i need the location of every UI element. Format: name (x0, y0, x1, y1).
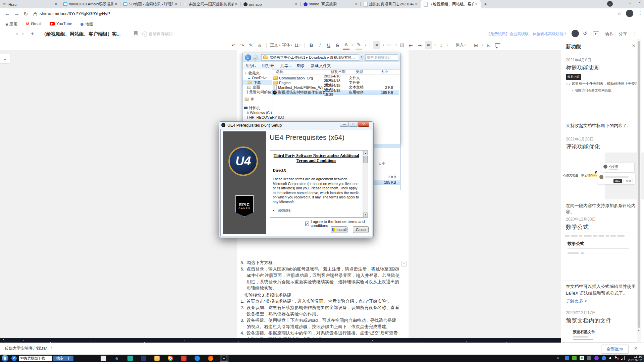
taskbar-app-firefox[interactable] (208, 356, 213, 361)
scroll-down-icon[interactable]: ▼ (638, 329, 640, 332)
forward-icon[interactable]: → (14, 11, 19, 17)
format-painter-icon[interactable]: ✎ (248, 41, 254, 49)
tray-icon-grid[interactable] (587, 356, 591, 360)
scrollbar-thumb[interactable] (363, 156, 368, 163)
bullet-list-button[interactable]: ≔ (386, 41, 393, 49)
redo-icon[interactable]: ↷ (239, 41, 246, 49)
reload-icon[interactable]: ↻ (23, 11, 28, 17)
table-button[interactable]: ⊞ (473, 41, 479, 49)
highlight-caret[interactable]: ▾ (365, 44, 366, 47)
profile-avatar[interactable] (626, 10, 633, 17)
tab-project-log[interactable]: 虚拟仿真项目日志20210422-客 ✕ (361, 0, 421, 8)
tab-uni-app[interactable]: uni-app ✕ (240, 0, 301, 8)
scroll-up-icon[interactable]: ▲ (363, 151, 368, 155)
taskbar-clock[interactable]: 15:30 2021/4/22 (627, 355, 642, 362)
underline-button[interactable]: U (325, 41, 332, 49)
browser-menu-icon[interactable]: ⋮ (638, 10, 642, 15)
download-item[interactable]: 传媒大学实验客户端.rar ⌃ (5, 346, 53, 351)
indent-icon[interactable]: ⇥ (416, 41, 423, 49)
taskbar-app-ue-client-active[interactable]: U (220, 355, 228, 362)
bookmark-star-icon[interactable]: ☆ (617, 11, 622, 16)
tray-icon-blue[interactable] (565, 356, 569, 360)
comment-button[interactable] (494, 41, 501, 49)
taskbar-search-button[interactable]: 搜索一下 (53, 356, 73, 361)
panel-scrollbar-thumb[interactable] (638, 41, 640, 328)
taskbar-app-netease[interactable]: ♪ (181, 356, 186, 361)
agree-checkbox[interactable]: ✓ (305, 222, 309, 226)
doc-title[interactable]: （给视频组、网站组、客户端组）实... (42, 31, 121, 37)
paragraph-style-select[interactable]: 正文▾ (270, 41, 280, 49)
tab-close-icon[interactable]: ✕ (235, 2, 238, 6)
outdent-icon[interactable]: ⇤ (408, 41, 414, 49)
line-spacing-button[interactable]: ↕ (438, 41, 444, 49)
tab-maya[interactable]: maya2018 Arnold场景渲染基础 ✕ (60, 0, 120, 8)
tab-close-icon[interactable]: ✕ (175, 2, 178, 6)
window-close-button[interactable]: ✕ (638, 1, 641, 4)
start-button[interactable]: ⊞ (2, 355, 8, 362)
dialog-close-button[interactable]: ✕ (358, 122, 369, 127)
panel-close-icon[interactable]: ✕ (632, 43, 636, 49)
tab-ilab[interactable]: 实验空间—国家虚拟仿真实验教 ✕ (180, 0, 240, 8)
tray-icon-wechat[interactable] (580, 356, 584, 360)
scroll-down-icon[interactable]: ▼ (363, 213, 368, 217)
doc-more-icon[interactable]: ⋮ (633, 31, 637, 36)
tab-close-icon[interactable]: ✕ (295, 2, 298, 6)
bookmark-youtube[interactable]: YouTube (50, 21, 72, 26)
font-color-button[interactable]: A (343, 41, 350, 50)
doc-new-icon[interactable]: + (31, 31, 34, 36)
license-scrollbar[interactable]: ▲ ▼ (363, 150, 368, 217)
taskbar-app-teal[interactable] (127, 356, 133, 361)
tab-hi-ru[interactable]: hi Hi.ru ✕ (0, 0, 60, 8)
ordered-list-button[interactable]: ≡ (373, 41, 380, 49)
tab-current-doc[interactable]: （给视频组、网站组、客户端组） ✕ (421, 0, 481, 8)
show-desktop-button[interactable] (642, 355, 644, 362)
show-all-downloads-button[interactable]: 全部显示 (601, 345, 629, 354)
network-signal-icon[interactable] (621, 356, 625, 360)
bookmark-gmail[interactable]: M Gmail (26, 21, 42, 26)
highlight-button[interactable]: ✎ (356, 41, 362, 50)
bookmark-maps[interactable]: 地图 (80, 21, 93, 27)
tab-close-icon[interactable]: ✕ (415, 2, 418, 6)
taskbar-app-qq[interactable] (195, 356, 200, 361)
tray-icon-green-chat[interactable] (572, 356, 577, 360)
undo-icon[interactable]: ↶ (230, 41, 237, 49)
share-button[interactable]: 分享 (619, 31, 627, 37)
tab-shimo-baidu[interactable]: shimo_百度搜索 ✕ (301, 0, 361, 8)
new-tab-button[interactable]: + (484, 1, 487, 7)
close-button[interactable]: Close (353, 226, 369, 233)
align-button[interactable]: ≡ (425, 41, 432, 49)
taskbar-search-input[interactable]: su免费模型下载 (19, 356, 52, 361)
font-size-select[interactable]: 11▾ (294, 41, 301, 49)
doc-back-icon[interactable]: ‹ (16, 31, 18, 36)
user-avatar[interactable] (572, 30, 579, 37)
taskbar-app-ie[interactable]: e (114, 356, 119, 361)
collaborate-button[interactable]: 协作 (605, 31, 614, 37)
tab-close-icon[interactable]: ✕ (355, 2, 358, 6)
history-icon[interactable]: ↺ (583, 31, 587, 37)
tab-close-icon[interactable]: ✕ (115, 2, 118, 6)
insert-menu[interactable]: 插入▾ (455, 41, 466, 49)
volume-icon[interactable]: ◀ (608, 356, 611, 360)
lock-icon[interactable] (34, 13, 37, 16)
window-maximize-button[interactable]: □ (629, 1, 631, 4)
tab-close-icon[interactable]: ✕ (475, 2, 478, 6)
dialog-minimize-button[interactable]: — (340, 122, 349, 127)
clear-format-icon[interactable]: ⌀ (256, 41, 263, 49)
checklist-button[interactable]: ☑ (399, 41, 406, 49)
learn-more-link[interactable]: 了解更多 > (566, 298, 587, 304)
outline-toggle-button[interactable]: ≡ (0, 54, 10, 64)
trial-promo-link[interactable]: 【免费试用】企业高级版，体验表格高级功能！ (486, 32, 568, 37)
install-button[interactable]: Install (331, 226, 347, 233)
download-caret-icon[interactable]: ⌃ (50, 347, 53, 350)
license-box[interactable]: Third Party Software Notices and/or Addi… (270, 150, 368, 218)
strikethrough-button[interactable]: S (334, 41, 341, 49)
tray-icon-key[interactable] (602, 356, 606, 360)
tray-icon-purple[interactable] (594, 356, 599, 360)
shelf-close-icon[interactable]: ✕ (634, 346, 638, 351)
taskbar-app-navy[interactable] (141, 356, 146, 361)
bookmark-apps[interactable]: 应用 (5, 21, 17, 27)
italic-button[interactable]: I (317, 41, 323, 49)
window-minimize-button[interactable]: – (620, 1, 622, 5)
tab-su-anim[interactable]: SU动画 - 搜索结果 - 哔哩哔哩弹 ✕ (120, 0, 180, 8)
dialog-maximize-button[interactable]: □ (349, 122, 358, 127)
